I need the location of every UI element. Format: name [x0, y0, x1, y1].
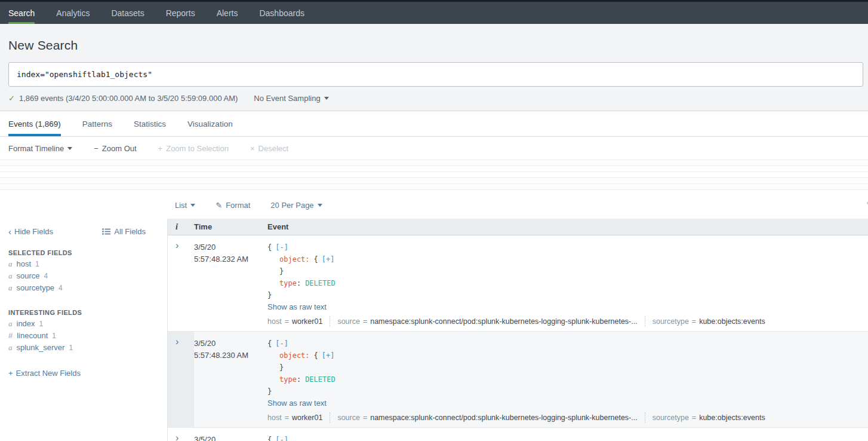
hide-fields-button[interactable]: ‹ Hide Fields — [8, 227, 53, 236]
json-open-brace: { — [267, 436, 272, 441]
x-icon: × — [250, 144, 255, 153]
list-icon — [102, 228, 110, 235]
json-colon: : — [297, 279, 301, 287]
json-key: object — [279, 255, 305, 264]
timeline-chart[interactable] — [0, 160, 868, 191]
field-item-linecount[interactable]: #linecount1 — [8, 332, 167, 340]
show-raw-text-link[interactable]: Show as raw text — [267, 397, 868, 409]
field-count: 1 — [39, 320, 44, 328]
host-value[interactable]: worker01 — [292, 412, 322, 424]
json-value[interactable]: DELETED — [305, 279, 335, 287]
field-item-host[interactable]: ahost1 — [8, 260, 167, 268]
json-key: type — [279, 375, 297, 384]
field-separator — [645, 316, 645, 327]
event-sampling-label: No Event Sampling — [254, 94, 320, 103]
field-item-index[interactable]: aindex1 — [8, 320, 167, 328]
list-view-dropdown[interactable]: List — [175, 201, 195, 210]
field-type-icon: a — [8, 283, 13, 292]
field-item-splunk-server[interactable]: asplunk_server1 — [8, 344, 167, 352]
tab-label: Patterns — [82, 120, 112, 128]
event-time-cell: 3/5/20 5:57:48.232 AM — [194, 235, 267, 331]
json-collapse-link[interactable]: [-] — [275, 243, 288, 252]
field-type-icon: a — [8, 343, 13, 352]
nav-item-label: Analytics — [56, 8, 90, 18]
interesting-fields-heading: INTERESTING FIELDS — [8, 309, 167, 316]
format-button[interactable]: ✎ Format — [216, 201, 250, 210]
field-type-icon: a — [8, 271, 13, 280]
sourcetype-value[interactable]: kube:objects:events — [699, 316, 765, 327]
time-column-header: Time — [194, 222, 267, 231]
tab-visualization[interactable]: Visualization — [187, 111, 233, 136]
event-time-cell: 3/5/20 — [194, 428, 267, 441]
event-column-header: Event — [267, 222, 868, 231]
source-label: source — [337, 412, 360, 424]
event-json: {[-] object:{[+] } type:DELETED } — [267, 241, 868, 301]
events-area: i Time Event › 3/5/20 5:57:48.232 AM {[-… — [168, 219, 868, 441]
per-page-dropdown[interactable]: 20 Per Page — [270, 201, 322, 210]
source-value[interactable]: namespace:splunk-connect/pod:splunk-kube… — [370, 316, 637, 327]
result-row: ✓ 1,869 events (3/4/20 5:00:00.000 AM to… — [8, 94, 868, 103]
event-fields-row: host=worker01 source=namespace:splunk-co… — [267, 412, 868, 424]
field-item-sourcetype[interactable]: asourcetype4 — [8, 284, 167, 292]
search-query-input[interactable] — [8, 62, 863, 87]
equals-sign: = — [363, 316, 367, 327]
sourcetype-label: sourcetype — [652, 316, 689, 327]
chevron-down-icon — [318, 204, 322, 207]
event-timestamp: 5:57:48.230 AM — [194, 350, 267, 362]
main-content: ‹ Hide Fields All Fields SELECTED FIELDS… — [0, 219, 868, 441]
event-json: {[-] — [267, 434, 868, 441]
json-expand-link[interactable]: [+] — [322, 255, 335, 264]
info-column-header: i — [168, 222, 194, 232]
field-count: 4 — [44, 272, 48, 280]
host-value[interactable]: worker01 — [292, 316, 322, 327]
zoom-to-selection-label: Zoom to Selection — [166, 144, 229, 153]
json-close-brace: } — [267, 387, 272, 396]
expand-chevron-icon[interactable]: › — [176, 240, 178, 250]
event-sampling-dropdown[interactable]: No Event Sampling — [254, 94, 328, 103]
tab-patterns[interactable]: Patterns — [82, 111, 112, 136]
tab-label: Statistics — [134, 120, 166, 128]
chevron-down-icon — [190, 204, 195, 207]
show-raw-text-link[interactable]: Show as raw text — [267, 301, 868, 313]
check-icon: ✓ — [8, 94, 15, 103]
expand-chevron-icon[interactable]: › — [176, 433, 178, 441]
nav-item-reports[interactable]: Reports — [166, 2, 195, 24]
expand-chevron-icon[interactable]: › — [176, 336, 178, 347]
nav-item-alerts[interactable]: Alerts — [217, 2, 238, 24]
chevron-down-icon — [324, 97, 329, 100]
all-fields-button[interactable]: All Fields — [102, 227, 146, 236]
list-toolbar: List ✎ Format 20 Per Page ‹ — [0, 191, 868, 219]
zoom-out-button[interactable]: − Zoom Out — [94, 144, 136, 153]
json-collapse-link[interactable]: [-] — [275, 339, 288, 348]
all-fields-label: All Fields — [114, 227, 146, 236]
nav-item-dashboards[interactable]: Dashboards — [259, 2, 304, 24]
list-view-label: List — [175, 201, 187, 210]
source-value[interactable]: namespace:splunk-connect/pod:splunk-kube… — [370, 412, 637, 424]
fields-sidebar: ‹ Hide Fields All Fields SELECTED FIELDS… — [0, 219, 168, 441]
event-time-cell: 3/5/20 5:57:48.230 AM — [194, 332, 267, 427]
deselect-label: Deselect — [258, 144, 289, 153]
chevron-down-icon — [67, 147, 72, 150]
nav-item-search[interactable]: Search — [8, 2, 35, 24]
sourcetype-value[interactable]: kube:objects:events — [699, 412, 765, 424]
field-count: 1 — [69, 344, 73, 352]
json-expand-link[interactable]: [+] — [322, 351, 335, 360]
hide-fields-label: Hide Fields — [14, 227, 53, 236]
event-date: 3/5/20 — [194, 241, 267, 253]
json-collapse-link[interactable]: [-] — [275, 436, 288, 441]
format-timeline-dropdown[interactable]: Format Timeline — [8, 144, 72, 153]
field-name: source — [17, 271, 40, 280]
chevron-left-icon: ‹ — [8, 228, 11, 235]
field-item-source[interactable]: asource4 — [8, 272, 167, 280]
tab-events[interactable]: Events (1,869) — [8, 111, 61, 136]
nav-item-label: Datasets — [111, 8, 144, 18]
json-value[interactable]: DELETED — [305, 375, 335, 384]
extract-new-fields-link[interactable]: +Extract New Fields — [8, 369, 167, 378]
json-open-brace: { — [267, 339, 272, 348]
field-type-icon: # — [8, 331, 13, 340]
nav-item-analytics[interactable]: Analytics — [56, 2, 90, 24]
json-colon: : — [305, 351, 309, 360]
tab-statistics[interactable]: Statistics — [134, 111, 166, 136]
nav-item-datasets[interactable]: Datasets — [111, 2, 144, 24]
json-close-brace: } — [279, 363, 284, 372]
